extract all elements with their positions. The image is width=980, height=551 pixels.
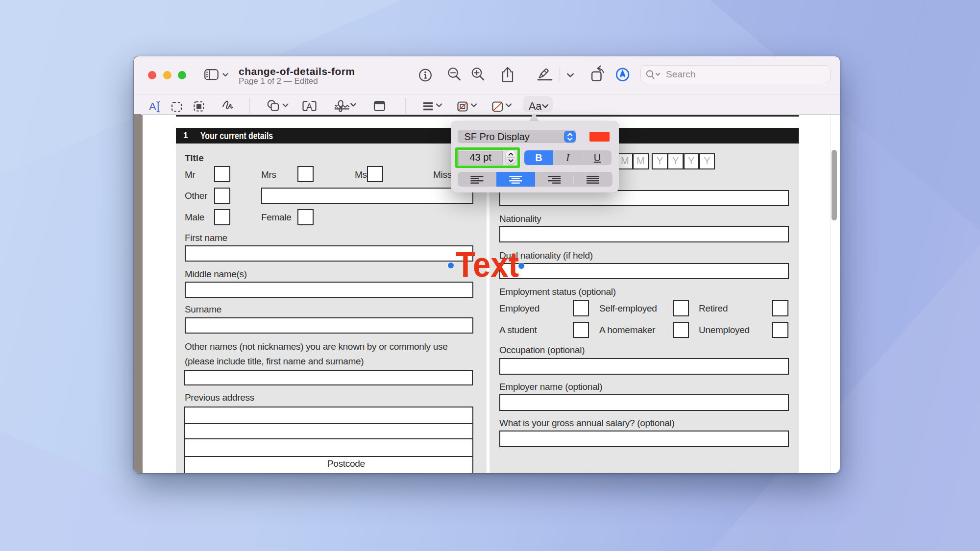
svg-text:A: A bbox=[306, 101, 313, 112]
svg-text:A: A bbox=[149, 100, 156, 113]
